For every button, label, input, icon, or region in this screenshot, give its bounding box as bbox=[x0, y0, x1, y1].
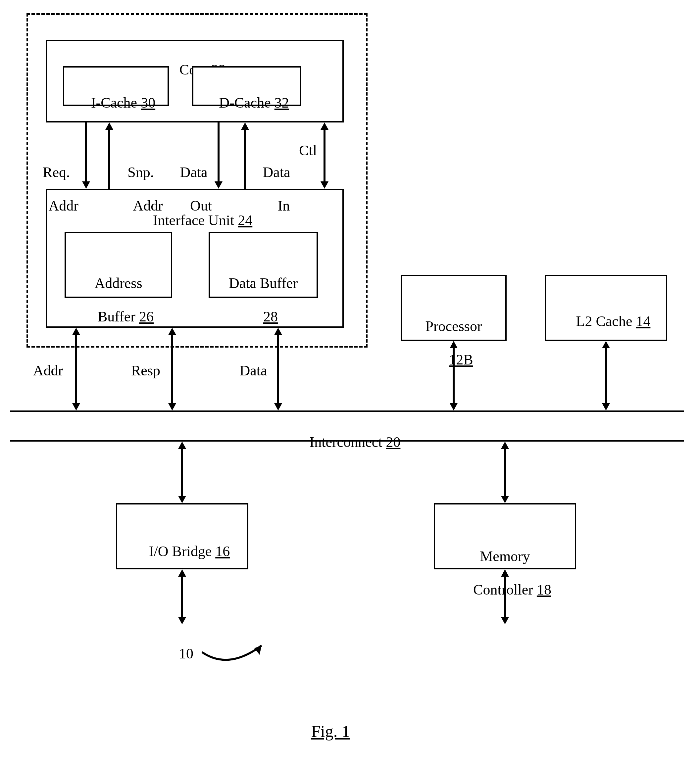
figure-1: Processor 12A Core 22 I-Cache 30 D-Cache… bbox=[0, 0, 700, 765]
data-out-label: Data Out bbox=[172, 131, 215, 231]
memory-controller-top-arrow-icon bbox=[498, 442, 512, 504]
io-bridge-top-arrow-icon bbox=[175, 442, 189, 504]
system-ref-label: 10 bbox=[179, 645, 193, 663]
svg-marker-26 bbox=[602, 403, 610, 411]
data-in-label: Data In bbox=[255, 131, 298, 231]
svg-marker-29 bbox=[178, 496, 186, 503]
addr-arrow-icon bbox=[69, 328, 83, 412]
svg-marker-38 bbox=[501, 617, 509, 624]
svg-marker-2 bbox=[82, 181, 90, 189]
dcache-label: D-Cache 32 bbox=[197, 78, 296, 128]
svg-marker-22 bbox=[450, 341, 457, 348]
svg-marker-4 bbox=[105, 123, 113, 130]
req-addr-arrow-icon bbox=[79, 123, 93, 190]
l2-cache-label: L2 Cache 14 bbox=[550, 296, 662, 346]
svg-marker-14 bbox=[72, 403, 80, 411]
snp-addr-arrow-icon bbox=[102, 123, 116, 190]
io-bridge-label: I/O Bridge 16 bbox=[121, 526, 243, 577]
svg-marker-8 bbox=[241, 123, 249, 130]
svg-marker-6 bbox=[214, 181, 222, 189]
svg-marker-23 bbox=[450, 403, 457, 411]
data-buffer-label: Data Buffer 28 bbox=[212, 242, 315, 342]
addr-label: Addr bbox=[27, 362, 69, 379]
data-in-arrow-icon bbox=[238, 123, 252, 190]
snp-addr-label: Snp. Addr bbox=[119, 131, 162, 231]
resp-label: Resp bbox=[123, 362, 169, 379]
svg-marker-11 bbox=[320, 181, 328, 189]
svg-marker-10 bbox=[320, 123, 328, 130]
figure-caption: Fig. 1 bbox=[311, 722, 350, 741]
svg-marker-20 bbox=[274, 403, 282, 411]
address-buffer-label: Address Buffer 26 bbox=[68, 242, 169, 342]
interconnect-top-line bbox=[10, 411, 684, 412]
icache-label: I-Cache 30 bbox=[68, 78, 164, 128]
interconnect-label: Interconnect 20 bbox=[265, 417, 430, 468]
svg-marker-16 bbox=[168, 328, 176, 335]
memory-controller-bottom-arrow-icon bbox=[498, 569, 512, 626]
svg-marker-32 bbox=[178, 617, 186, 624]
data-label: Data bbox=[232, 362, 275, 379]
svg-marker-37 bbox=[501, 569, 509, 577]
svg-marker-13 bbox=[72, 328, 80, 335]
svg-marker-28 bbox=[178, 442, 186, 449]
io-bridge-bottom-arrow-icon bbox=[175, 569, 189, 626]
req-addr-label: Req. Addr bbox=[35, 131, 78, 231]
svg-marker-31 bbox=[178, 569, 186, 577]
svg-marker-19 bbox=[274, 328, 282, 335]
svg-marker-35 bbox=[501, 496, 509, 503]
system-ref-arrow-icon bbox=[199, 639, 271, 672]
l2-cache-arrow-icon bbox=[599, 341, 613, 412]
processor-12b-arrow-icon bbox=[447, 341, 460, 412]
svg-marker-34 bbox=[501, 442, 509, 449]
ctl-label: Ctl bbox=[295, 142, 321, 159]
svg-marker-17 bbox=[168, 403, 176, 411]
svg-marker-25 bbox=[602, 341, 610, 348]
